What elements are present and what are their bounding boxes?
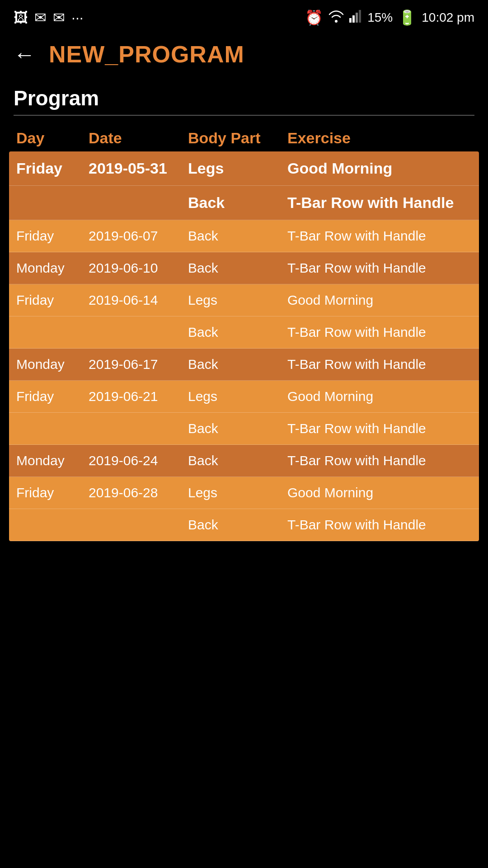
cell-body-part: Back (188, 421, 287, 436)
page-header: ← NEW_PROGRAM (0, 32, 488, 77)
svg-rect-1 (352, 15, 355, 23)
cell-body-part: Back (188, 357, 287, 372)
cell-body-part: Legs (188, 292, 287, 308)
cell-day: Friday (16, 485, 89, 500)
time-display: 10:02 pm (422, 10, 474, 25)
cell-body-part: Back (188, 194, 287, 212)
cell-exercise: T-Bar Row with Handle (287, 260, 472, 276)
cell-day: Friday (16, 228, 89, 244)
cell-body-part: Legs (188, 485, 287, 500)
back-button[interactable]: ← (14, 42, 35, 67)
cell-date: 2019-06-21 (89, 389, 188, 404)
battery-text: 15% (367, 10, 393, 25)
section-divider (14, 115, 474, 116)
header-day: Day (16, 129, 89, 147)
cell-date: 2019-05-31 (89, 160, 188, 177)
cell-body-part: Back (188, 453, 287, 468)
table-row[interactable]: Friday 2019-06-07 Back T-Bar Row with Ha… (9, 220, 479, 252)
cell-body-part: Legs (188, 160, 287, 177)
signal-icon (349, 9, 362, 26)
cell-exercise: T-Bar Row with Handle (287, 228, 472, 244)
cell-body-part: Legs (188, 389, 287, 404)
status-bar: 🖼 ✉ ✉ ··· ⏰ 15% 🔋 10:02 pm (0, 0, 488, 32)
cell-exercise: T-Bar Row with Handle (287, 453, 472, 468)
cell-date: 2019-06-24 (89, 453, 188, 468)
table-row[interactable]: Back T-Bar Row with Handle (9, 413, 479, 445)
cell-day: Friday (16, 389, 89, 404)
gmail-icon: ✉ (34, 9, 47, 26)
cell-body-part: Back (188, 325, 287, 340)
table-row[interactable]: Monday 2019-06-17 Back T-Bar Row with Ha… (9, 349, 479, 381)
svg-rect-2 (356, 13, 358, 23)
cell-body-part: Back (188, 228, 287, 244)
cell-day: Friday (16, 160, 89, 177)
cell-exercise: Good Morning (287, 292, 472, 308)
table-row[interactable]: Friday 2019-06-14 Legs Good Morning (9, 284, 479, 316)
status-left-icons: 🖼 ✉ ✉ ··· (14, 9, 84, 26)
battery-icon: 🔋 (398, 9, 416, 26)
cell-day: Monday (16, 453, 89, 468)
header-exercise: Exercise (287, 129, 472, 147)
page-title: NEW_PROGRAM (49, 41, 244, 68)
alarm-icon: ⏰ (305, 9, 323, 26)
table-row[interactable]: Friday 2019-05-31 Legs Good Morning (9, 151, 479, 186)
cell-body-part: Back (188, 517, 287, 533)
cell-exercise: Good Morning (287, 389, 472, 404)
table-header-row: Day Date Body Part Exercise (9, 125, 479, 151)
cell-date: 2019-06-10 (89, 260, 188, 276)
cell-exercise: Good Morning (287, 160, 472, 177)
table-row[interactable]: Friday 2019-06-21 Legs Good Morning (9, 381, 479, 413)
cell-day: Monday (16, 260, 89, 276)
cell-date: 2019-06-14 (89, 292, 188, 308)
cell-date: 2019-06-28 (89, 485, 188, 500)
wifi-icon (328, 9, 344, 26)
table-row[interactable]: Monday 2019-06-10 Back T-Bar Row with Ha… (9, 252, 479, 284)
header-date: Date (89, 129, 188, 147)
table-row[interactable]: Back T-Bar Row with Handle (9, 509, 479, 541)
cell-exercise: T-Bar Row with Handle (287, 421, 472, 436)
cell-exercise: T-Bar Row with Handle (287, 357, 472, 372)
photo-icon: 🖼 (14, 9, 28, 26)
section-title: Program (0, 77, 488, 115)
svg-rect-3 (359, 10, 361, 23)
table-row[interactable]: Back T-Bar Row with Handle (9, 186, 479, 220)
cell-day: Friday (16, 292, 89, 308)
table-row[interactable]: Back T-Bar Row with Handle (9, 316, 479, 349)
program-table: Day Date Body Part Exercise Friday 2019-… (9, 125, 479, 541)
cell-exercise: Good Morning (287, 485, 472, 500)
cell-date: 2019-06-07 (89, 228, 188, 244)
header-body-part: Body Part (188, 129, 287, 147)
cell-exercise: T-Bar Row with Handle (287, 325, 472, 340)
cell-body-part: Back (188, 260, 287, 276)
cell-exercise: T-Bar Row with Handle (287, 194, 472, 212)
table-row[interactable]: Monday 2019-06-24 Back T-Bar Row with Ha… (9, 445, 479, 477)
cell-day: Monday (16, 357, 89, 372)
email-icon: ✉ (53, 9, 65, 26)
cell-exercise: T-Bar Row with Handle (287, 517, 472, 533)
cell-date: 2019-06-17 (89, 357, 188, 372)
more-icon: ··· (71, 9, 84, 26)
svg-rect-0 (349, 18, 352, 23)
status-right-icons: ⏰ 15% 🔋 10:02 pm (305, 9, 474, 26)
table-body: Friday 2019-05-31 Legs Good Morning Back… (9, 151, 479, 541)
table-row[interactable]: Friday 2019-06-28 Legs Good Morning (9, 477, 479, 509)
